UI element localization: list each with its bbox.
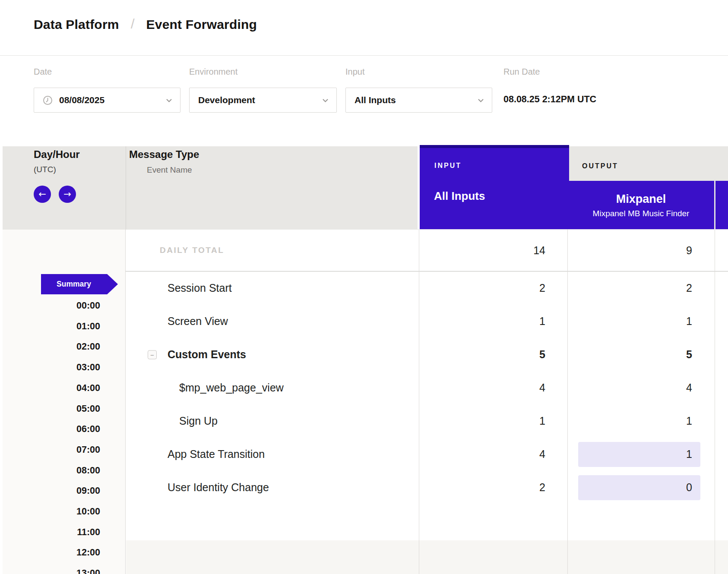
table-row: App State Transition41 bbox=[126, 438, 728, 471]
hour-item[interactable]: 03:00 bbox=[76, 362, 100, 372]
environment-dropdown[interactable]: Development bbox=[189, 88, 337, 113]
daily-total-label: DAILY TOTAL bbox=[126, 230, 419, 271]
event-label: App State Transition bbox=[168, 448, 265, 460]
next-output-column-partial bbox=[715, 181, 728, 229]
table-body: DAILY TOTAL 14 9 Session Start22Screen V… bbox=[126, 230, 728, 574]
input-column-header: INPUT All Inputs bbox=[418, 145, 569, 229]
column-divider bbox=[715, 230, 715, 574]
input-value: All Inputs bbox=[355, 95, 396, 105]
hour-item[interactable]: 07:00 bbox=[76, 445, 100, 455]
output-column-name: Mixpanel bbox=[616, 192, 666, 206]
event-label: User Identity Change bbox=[168, 481, 269, 494]
hour-item[interactable]: 05:00 bbox=[76, 404, 100, 414]
top-bar: Data Platform / Event Forwarding bbox=[0, 0, 728, 56]
hour-item[interactable]: 02:00 bbox=[76, 341, 100, 352]
hour-item[interactable]: 09:00 bbox=[76, 486, 100, 496]
hour-item[interactable]: 01:00 bbox=[76, 321, 100, 331]
breadcrumb-parent[interactable]: Data Platform bbox=[34, 17, 119, 32]
hour-item[interactable]: 12:00 bbox=[76, 547, 100, 558]
table-row: User Identity Change20 bbox=[126, 471, 728, 504]
hour-item[interactable]: 04:00 bbox=[76, 383, 100, 393]
next-day-button[interactable]: → bbox=[59, 186, 76, 203]
event-label: Session Start bbox=[168, 282, 232, 294]
output-count: 1 bbox=[567, 404, 715, 438]
input-filter-label: Input bbox=[345, 67, 364, 77]
input-count: 5 bbox=[419, 338, 567, 371]
daily-total-row: DAILY TOTAL 14 9 bbox=[126, 230, 728, 271]
breadcrumb-separator: / bbox=[131, 16, 135, 32]
hour-item[interactable]: 13:00 bbox=[76, 568, 100, 574]
input-section-label: INPUT bbox=[434, 162, 462, 170]
highlighted-output-cell: 0 bbox=[578, 475, 700, 500]
output-count: 5 bbox=[567, 338, 715, 371]
input-count: 1 bbox=[419, 404, 567, 438]
input-column-name: All Inputs bbox=[434, 189, 485, 203]
event-label: $mp_web_page_view bbox=[179, 382, 284, 394]
table-row: Session Start22 bbox=[126, 271, 728, 305]
output-count: 4 bbox=[567, 371, 715, 404]
chevron-down-icon bbox=[322, 97, 329, 104]
date-dropdown[interactable]: 08/08/2025 bbox=[34, 88, 180, 113]
event-name-subheader: Event Name bbox=[147, 165, 192, 175]
table-footer-area bbox=[126, 540, 728, 574]
page-title: Event Forwarding bbox=[146, 17, 257, 32]
day-hour-timezone: (UTC) bbox=[34, 165, 56, 174]
hour-sidebar: Summary 00:0001:0002:0003:0004:0005:0006… bbox=[3, 230, 126, 574]
event-label: Screen View bbox=[168, 315, 228, 328]
environment-filter-label: Environment bbox=[189, 67, 237, 77]
highlighted-output-cell: 1 bbox=[578, 442, 700, 467]
chevron-down-icon bbox=[166, 97, 172, 104]
clock-icon bbox=[43, 95, 53, 105]
date-value: 08/08/2025 bbox=[59, 95, 104, 105]
collapse-expander-icon[interactable]: − bbox=[148, 350, 157, 359]
table-row: Sign Up11 bbox=[126, 404, 728, 438]
hour-item[interactable]: 06:00 bbox=[76, 424, 100, 434]
output-column-subtitle: Mixpanel MB Music Finder bbox=[593, 209, 690, 218]
summary-tab[interactable]: Summary bbox=[41, 274, 118, 294]
run-date-label: Run Date bbox=[503, 67, 540, 77]
table-row: −Custom Events55 bbox=[126, 338, 728, 371]
output-count: 1 bbox=[567, 438, 715, 471]
column-divider bbox=[419, 230, 419, 574]
event-label: Sign Up bbox=[179, 415, 218, 427]
input-count: 4 bbox=[419, 438, 567, 471]
hour-item[interactable]: 11:00 bbox=[77, 527, 100, 537]
hour-item[interactable]: 10:00 bbox=[76, 506, 100, 517]
output-section-label: OUTPUT bbox=[582, 162, 618, 170]
table-header: Day/Hour (UTC) ← → Message Type Event Na… bbox=[3, 146, 728, 230]
column-divider bbox=[126, 146, 126, 230]
output-count: 0 bbox=[567, 471, 715, 504]
column-divider bbox=[567, 230, 568, 574]
daily-total-input-value: 14 bbox=[419, 230, 567, 271]
event-label: Custom Events bbox=[168, 348, 246, 361]
run-date-value: 08.08.25 2:12PM UTC bbox=[503, 94, 596, 105]
input-count: 1 bbox=[419, 305, 567, 338]
hour-item[interactable]: 00:00 bbox=[76, 300, 100, 311]
input-column-accent-strip bbox=[420, 145, 569, 148]
input-count: 2 bbox=[419, 271, 567, 305]
input-count: 2 bbox=[419, 471, 567, 504]
output-column-header: Mixpanel Mixpanel MB Music Finder bbox=[568, 181, 714, 229]
date-filter-label: Date bbox=[34, 67, 52, 77]
message-type-header: Message Type bbox=[129, 148, 199, 161]
input-count: 4 bbox=[419, 371, 567, 404]
prev-day-button[interactable]: ← bbox=[34, 186, 51, 203]
input-dropdown[interactable]: All Inputs bbox=[345, 88, 492, 113]
environment-value: Development bbox=[198, 95, 255, 105]
hour-item[interactable]: 08:00 bbox=[76, 465, 100, 476]
output-count: 2 bbox=[567, 271, 715, 305]
breadcrumb: Data Platform / Event Forwarding bbox=[34, 16, 257, 32]
table-row: $mp_web_page_view44 bbox=[126, 371, 728, 404]
output-count: 1 bbox=[567, 305, 715, 338]
day-hour-header: Day/Hour bbox=[34, 148, 80, 161]
event-forwarding-page: Data Platform / Event Forwarding Date En… bbox=[0, 0, 728, 574]
chevron-down-icon bbox=[478, 97, 484, 104]
table-row: Screen View11 bbox=[126, 305, 728, 338]
daily-total-output-value: 9 bbox=[567, 230, 715, 271]
